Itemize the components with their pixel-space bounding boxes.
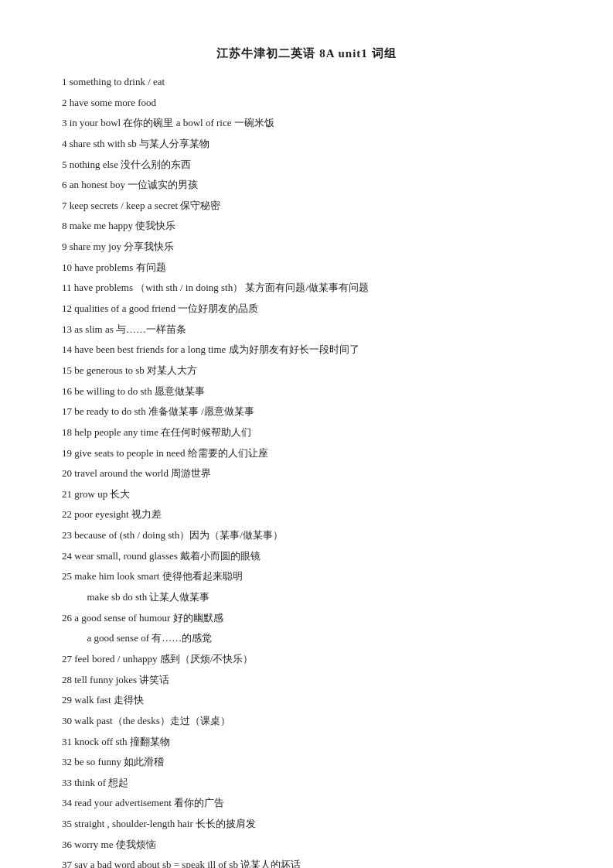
list-item: 26 a good sense of humour 好的幽默感 (62, 608, 551, 629)
list-item: 4 share sth with sb 与某人分享某物 (62, 134, 551, 155)
list-item: 15 be generous to sb 对某人大方 (62, 361, 551, 381)
list-item: 17 be ready to do sth 准备做某事 /愿意做某事 (62, 402, 551, 422)
list-item: 28 tell funny jokes 讲笑话 (62, 670, 551, 691)
list-item: 2 have some more food (62, 93, 551, 114)
list-item: 22 poor eyesight 视力差 (62, 504, 551, 525)
vocabulary-list: 1 something to drink / eat2 have some mo… (62, 72, 551, 868)
list-item: 21 grow up 长大 (62, 484, 551, 505)
list-item: 9 share my joy 分享我快乐 (62, 237, 551, 258)
list-item: 33 think of 想起 (62, 773, 551, 794)
list-item: 18 help people any time 在任何时候帮助人们 (62, 422, 551, 443)
list-item: 27 feel bored / unhappy 感到（厌烦/不快乐） (62, 649, 551, 670)
list-item: 32 be so funny 如此滑稽 (62, 752, 551, 773)
list-item: 1 something to drink / eat (62, 72, 551, 93)
list-item: 10 have problems 有问题 (62, 258, 551, 279)
list-item: 13 as slim as 与……一样苗条 (62, 320, 551, 340)
list-item: 31 knock off sth 撞翻某物 (62, 732, 551, 753)
list-item: 14 have been best friends for a long tim… (62, 340, 551, 361)
list-item: 19 give seats to people in need 给需要的人们让座 (62, 443, 551, 464)
list-item: 3 in your bowl 在你的碗里 a bowl of rice 一碗米饭 (62, 113, 551, 134)
list-item: 37 say a bad word about sb = speak ill o… (62, 855, 551, 868)
list-item: make sb do sth 让某人做某事 (62, 587, 551, 608)
list-item: 36 worry me 使我烦恼 (62, 835, 551, 856)
list-item: 35 straight , shoulder-length hair 长长的披肩… (62, 814, 551, 835)
list-item: 34 read your advertisement 看你的广告 (62, 793, 551, 814)
list-item: 6 an honest boy 一位诚实的男孩 (62, 175, 551, 196)
list-item: a good sense of 有……的感觉 (62, 628, 551, 649)
list-item: 8 make me happy 使我快乐 (62, 216, 551, 237)
list-item: 25 make him look smart 使得他看起来聪明 (62, 566, 551, 587)
list-item: 16 be willing to do sth 愿意做某事 (62, 381, 551, 402)
list-item: 5 nothing else 没什么别的东西 (62, 155, 551, 176)
list-item: 12 qualities of a good friend 一位好朋友的品质 (62, 299, 551, 320)
list-item: 20 travel around the world 周游世界 (62, 463, 551, 484)
list-item: 11 have problems （with sth / in doing st… (62, 278, 551, 299)
list-item: 30 walk past（the desks）走过（课桌） (62, 711, 551, 732)
list-item: 23 because of (sth / doing sth）因为（某事/做某事… (62, 525, 551, 546)
page-title: 江苏牛津初二英语 8A unit1 词组 (62, 46, 551, 61)
list-item: 29 walk fast 走得快 (62, 690, 551, 711)
list-item: 24 wear small, round glasses 戴着小而圆的眼镜 (62, 546, 551, 567)
list-item: 7 keep secrets / keep a secret 保守秘密 (62, 196, 551, 217)
